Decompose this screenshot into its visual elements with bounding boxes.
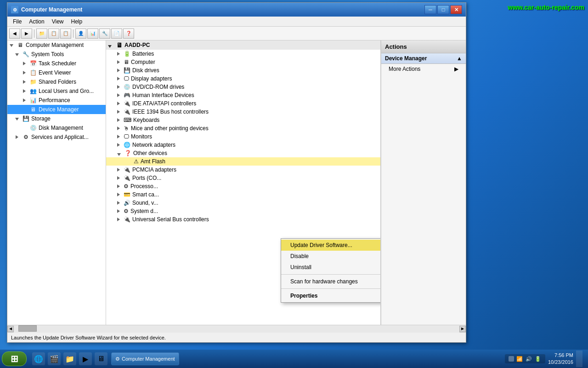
menu-help[interactable]: Help [68, 17, 86, 26]
device-cat-keyboards[interactable]: ⌨ Keyboards [106, 116, 380, 124]
clock[interactable]: 7:56 PM 10/23/2016 [548, 352, 573, 366]
taskbar-icon-network[interactable]: 🖥 [95, 352, 107, 365]
toolbar-back[interactable]: ◀ [9, 29, 20, 39]
hscroll-track[interactable] [14, 325, 459, 333]
ctx-properties[interactable]: Properties [281, 290, 381, 301]
device-cat-ports[interactable]: 🔌 Ports (CO... [106, 174, 380, 182]
tree-computer-management[interactable]: 🖥 Computer Management [7, 40, 106, 50]
device-cat-system[interactable]: ⚙ System d... [106, 207, 380, 215]
device-cat-batteries[interactable]: 🔋 Batteries [106, 50, 380, 58]
menu-file[interactable]: File [9, 17, 25, 26]
label-network: Network adapters [132, 142, 175, 148]
expand-icon-pcmcia [117, 167, 122, 173]
ctx-sep-2 [281, 288, 381, 289]
device-cat-hid[interactable]: 🎮 Human Interface Devices [106, 91, 380, 99]
device-cat-display[interactable]: 🖵 Display adapters [106, 75, 380, 83]
tray-volume-icon[interactable]: 🔊 [525, 355, 532, 362]
device-cat-computer[interactable]: 🖥 Computer [106, 58, 380, 66]
tree-label-ev: Event Viewer [39, 69, 71, 76]
toolbar-btn2[interactable]: 📋 [48, 29, 59, 39]
expand-icon-kbd [117, 117, 122, 123]
tray-show-btn[interactable] [509, 356, 514, 362]
active-window-button[interactable]: ⚙ Computer Management [111, 352, 179, 365]
tree-device-manager[interactable]: 🖥 Device Manager [7, 105, 106, 114]
device-cat-network[interactable]: 🌐 Network adapters [106, 141, 380, 149]
tree-icon-dm: 🖥 [29, 106, 37, 113]
device-cat-smartcard[interactable]: 💳 Smart ca... [106, 190, 380, 199]
device-cat-other[interactable]: ❓ Other devices [106, 149, 380, 157]
device-cat-disk-drives[interactable]: 💾 Disk drives [106, 66, 380, 75]
tree-storage[interactable]: 💾 Storage [7, 114, 106, 123]
tree-performance[interactable]: 📊 Performance [7, 96, 106, 105]
toolbar-btn3[interactable]: 📋 [60, 29, 71, 39]
center-panel[interactable]: 🖥 AADD-PC 🔋 Batteries 🖥 Computer [106, 40, 381, 325]
toolbar-btn4[interactable]: 👤 [75, 29, 86, 39]
close-button[interactable]: ✕ [450, 5, 462, 14]
device-cat-processors[interactable]: ⚙ Processo... [106, 182, 380, 190]
device-cat-dvd[interactable]: 💿 DVD/CD-ROM drives [106, 83, 380, 91]
device-cat-sound[interactable]: 🔊 Sound, v... [106, 199, 380, 207]
tree-disk-management[interactable]: 💿 Disk Management [7, 123, 106, 132]
taskbar-icon-player[interactable]: ▶ [79, 352, 92, 365]
ctx-update-driver[interactable]: Update Driver Software... [281, 240, 381, 251]
expand-icon-stor [15, 115, 21, 122]
hscroll-thumb[interactable] [18, 325, 37, 332]
taskbar-icon-ie[interactable]: 🌐 [32, 352, 45, 365]
device-cat-ieee[interactable]: 🔌 IEEE 1394 Bus host controllers [106, 108, 380, 116]
expand-icon-ide [117, 100, 122, 107]
ctx-uninstall[interactable]: Uninstall [281, 262, 381, 273]
menu-view[interactable]: View [48, 17, 68, 26]
computer-name: AADD-PC [124, 42, 150, 48]
icon-ide: 🔌 [124, 100, 130, 107]
toolbar-btn7[interactable]: 📄 [111, 29, 122, 39]
actions-section[interactable]: Device Manager ▲ [381, 53, 466, 64]
toolbar-btn8[interactable]: ❓ [123, 29, 134, 39]
expand-icon-diskm [22, 125, 28, 131]
taskbar-icons: 🌐 🎬 📁 ▶ 🖥 [32, 352, 107, 365]
ctx-scan[interactable]: Scan for hardware changes [281, 276, 381, 287]
actions-more[interactable]: More Actions ▶ [381, 64, 466, 74]
tree-shared-folders[interactable]: 📁 Shared Folders [7, 77, 106, 86]
toolbar-btn5[interactable]: 📊 [87, 29, 98, 39]
icon-usb: 🔌 [124, 216, 130, 223]
maximize-button[interactable]: □ [437, 5, 449, 14]
left-panel[interactable]: 🖥 Computer Management 🔧 System Tools 📅 T… [7, 40, 106, 325]
menu-action[interactable]: Action [25, 17, 48, 26]
toolbar-up[interactable]: 📁 [36, 29, 47, 39]
device-cat-mice[interactable]: 🖱 Mice and other pointing devices [106, 124, 380, 132]
toolbar-forward[interactable]: ▶ [21, 29, 32, 39]
toolbar-btn6[interactable]: 🔧 [99, 29, 110, 39]
tree-services[interactable]: ⚙ Services and Applicat... [7, 132, 106, 142]
label-other: Other devices [133, 150, 167, 156]
device-cat-ide[interactable]: 🔌 IDE ATA/ATAPI controllers [106, 99, 380, 108]
hscroll-right[interactable]: ▶ [459, 326, 466, 332]
device-cat-usb[interactable]: 🔌 Universal Serial Bus controllers [106, 215, 380, 224]
minimize-button[interactable]: ─ [424, 5, 436, 14]
device-cat-monitors[interactable]: 🖵 Monitors [106, 132, 380, 141]
toolbar-sep-1 [34, 29, 34, 38]
tree-local-users[interactable]: 👥 Local Users and Gro... [7, 86, 106, 96]
tree-system-tools[interactable]: 🔧 System Tools [7, 50, 106, 59]
tree-icon-ev: 📋 [29, 69, 37, 76]
ctx-disable[interactable]: Disable [281, 251, 381, 262]
tree-label-st: System Tools [31, 51, 64, 58]
start-button[interactable]: ⊞ [2, 351, 27, 366]
label-computer: Computer [131, 59, 155, 65]
device-item-amt-flash[interactable]: ⚠ Amt Flash [106, 157, 380, 166]
label-ports: Ports (CO... [132, 175, 161, 181]
right-panel: 🖥 AADD-PC 🔋 Batteries 🖥 Computer [106, 40, 466, 325]
show-desktop-btn[interactable] [576, 351, 582, 367]
icon-system: ⚙ [124, 208, 129, 214]
taskbar-window-button[interactable]: ⚙ Computer Management [111, 352, 179, 365]
hscroll-left[interactable]: ◀ [7, 326, 14, 332]
expand-icon-snd [117, 200, 122, 206]
taskbar-icon-explorer[interactable]: 📁 [63, 352, 76, 365]
hscroll-area[interactable]: ◀ ▶ [7, 325, 466, 332]
tree-event-viewer[interactable]: 📋 Event Viewer [7, 68, 106, 77]
tree-task-scheduler[interactable]: 📅 Task Scheduler [7, 59, 106, 68]
tray-network-icon[interactable]: 📶 [516, 355, 523, 362]
tray-battery-icon[interactable]: 🔋 [534, 355, 542, 362]
taskbar-icon-media[interactable]: 🎬 [48, 352, 61, 365]
expand-icon [15, 51, 21, 58]
device-cat-pcmcia[interactable]: 🔌 PCMCIA adapters [106, 166, 380, 174]
